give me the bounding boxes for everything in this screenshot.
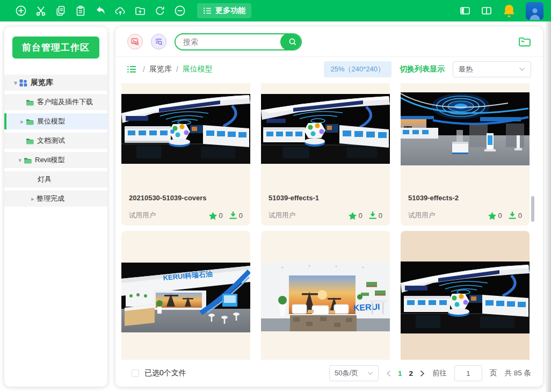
page-size-value: 50条/页 xyxy=(335,368,358,378)
sidebar-item-document-test[interactable]: 文档测试 xyxy=(4,133,107,149)
thumbnail-image-kerui-hall: KERUI科瑞石油 xyxy=(121,263,250,332)
file-card[interactable]: KERUI科瑞石油 xyxy=(121,231,250,360)
file-card[interactable]: 51039-effects-1 试用用户 0 0 xyxy=(261,83,390,226)
open-folder-icon[interactable] xyxy=(518,37,531,47)
workspace-button-label: 前台管理工作区 xyxy=(22,41,90,54)
more-functions-label: 更多功能 xyxy=(215,6,245,16)
remove-circle-icon[interactable] xyxy=(174,5,186,17)
sidebar-item-label: 客户端及插件下载 xyxy=(37,97,93,107)
pager: 1 2 xyxy=(386,369,425,378)
advanced-search-button[interactable] xyxy=(151,34,166,49)
image-search-icon xyxy=(131,38,139,46)
folder-icon xyxy=(26,137,34,144)
folder-icon xyxy=(24,157,32,164)
undo-icon[interactable] xyxy=(95,5,106,17)
breadcrumb-current[interactable]: 展位模型 xyxy=(183,64,213,74)
prev-page-button[interactable] xyxy=(386,370,391,377)
star-icon[interactable] xyxy=(208,212,218,220)
sidebar-item-label: 展览库 xyxy=(31,78,53,88)
download-icon[interactable] xyxy=(508,212,517,220)
page-number-1[interactable]: 1 xyxy=(398,369,402,378)
bell-icon[interactable] xyxy=(502,3,516,18)
sidebar-item-revit-models[interactable]: ▾ Revit模型 xyxy=(4,152,107,168)
zoom-level-badge[interactable]: 25%（240*240） xyxy=(324,61,392,77)
file-owner: 试用用户 xyxy=(269,211,295,220)
caret-right-icon[interactable]: ▸ xyxy=(29,195,37,202)
file-title: 51039-effects-2 xyxy=(408,194,522,202)
download-count: 0 xyxy=(239,212,243,220)
file-title: 51039-effects-1 xyxy=(269,194,382,202)
page-size-dropdown[interactable]: 50条/页 xyxy=(329,365,379,381)
apps-grid-icon xyxy=(19,79,27,86)
star-icon[interactable] xyxy=(348,212,357,220)
breadcrumb-separator: / xyxy=(176,65,178,74)
sort-value: 最热 xyxy=(459,64,473,74)
folder-icon xyxy=(26,99,34,106)
thumbnail-image-booth-dark xyxy=(121,94,250,164)
search-icon xyxy=(288,38,297,46)
svg-text:KERUI: KERUI xyxy=(353,302,380,313)
copy-icon[interactable] xyxy=(55,5,67,17)
thumbnail xyxy=(401,83,530,185)
sidebar-item-booth-models[interactable]: ▸ 展位模型 xyxy=(4,113,107,129)
toggle-list-view-link[interactable]: 切换列表显示 xyxy=(400,64,445,74)
folder-upload-icon[interactable] xyxy=(134,5,146,17)
sidebar-item-organized[interactable]: ▸ 整理完成 xyxy=(4,191,107,207)
chevron-down-icon xyxy=(367,372,373,375)
caret-right-icon[interactable]: ▸ xyxy=(18,118,26,125)
thumbnail xyxy=(401,231,530,360)
workspace-button[interactable]: 前台管理工作区 xyxy=(12,37,99,59)
sidebar-item-lighting[interactable]: 灯具 xyxy=(4,171,107,187)
breadcrumb-root[interactable]: 展览库 xyxy=(149,64,172,74)
download-icon[interactable] xyxy=(229,212,237,220)
search-bar xyxy=(175,33,302,50)
more-functions-button[interactable]: 更多功能 xyxy=(197,3,251,18)
grid-scrollbar-thumb[interactable] xyxy=(531,196,534,222)
file-card[interactable]: 20210530-51039-covers 试用用户 0 0 xyxy=(121,83,250,226)
star-icon[interactable] xyxy=(488,212,497,220)
sort-dropdown[interactable]: 最热 xyxy=(453,61,531,77)
star-count: 0 xyxy=(219,212,223,220)
search-input[interactable] xyxy=(176,38,280,46)
search-button[interactable] xyxy=(280,33,302,50)
search-header xyxy=(115,27,543,57)
star-count: 0 xyxy=(498,212,502,220)
file-owner: 试用用户 xyxy=(129,211,156,220)
top-toolbar: 更多功能 xyxy=(0,0,551,21)
cloud-upload-icon[interactable] xyxy=(114,5,126,17)
file-card[interactable] xyxy=(401,231,530,360)
image-search-button[interactable] xyxy=(127,34,143,49)
file-card[interactable]: KERUI xyxy=(261,231,390,360)
list-search-icon xyxy=(155,38,163,46)
sidebar-item-label: Revit模型 xyxy=(35,155,65,165)
cut-icon[interactable] xyxy=(35,5,47,17)
selected-count-label: 已选0个文件 xyxy=(144,368,186,378)
add-circle-icon[interactable] xyxy=(15,5,27,17)
chevron-down-icon xyxy=(519,67,525,71)
panel-left-icon[interactable] xyxy=(459,5,471,17)
page-number-2[interactable]: 2 xyxy=(409,369,413,378)
window-scrollbar[interactable] xyxy=(546,21,551,392)
caret-down-icon[interactable]: ▾ xyxy=(16,157,24,164)
paste-icon[interactable] xyxy=(75,5,86,17)
sidebar-item-exhibition-library[interactable]: ▾ 展览库 xyxy=(4,75,107,91)
file-owner: 试用用户 xyxy=(408,211,435,220)
menu-list-icon[interactable] xyxy=(127,66,136,73)
file-grid-area: 20210530-51039-covers 试用用户 0 0 xyxy=(115,82,543,360)
file-card[interactable]: 51039-effects-2 试用用户 0 0 xyxy=(401,83,530,226)
download-icon[interactable] xyxy=(368,212,377,220)
caret-down-icon[interactable]: ▾ xyxy=(12,79,19,86)
file-title: 20210530-51039-covers xyxy=(129,194,243,202)
thumbnail: KERUI xyxy=(261,231,390,360)
redo-icon[interactable] xyxy=(154,5,166,17)
goto-label: 前往 xyxy=(432,368,447,378)
goto-page-input[interactable] xyxy=(454,365,482,381)
select-all-checkbox[interactable] xyxy=(132,369,139,377)
page-unit-label: 页 xyxy=(490,368,497,378)
file-grid: 20210530-51039-covers 试用用户 0 0 xyxy=(121,83,543,360)
next-page-button[interactable] xyxy=(420,370,425,377)
folder-tree: ▾ 展览库 客户端及插件下载 ▸ 展位模型 文档测试 ▾ Revit模型 灯具 … xyxy=(4,75,107,207)
panel-split-icon[interactable] xyxy=(481,5,492,17)
sidebar-item-client-plugin-download[interactable]: 客户端及插件下载 xyxy=(4,94,107,110)
avatar[interactable] xyxy=(526,2,543,20)
